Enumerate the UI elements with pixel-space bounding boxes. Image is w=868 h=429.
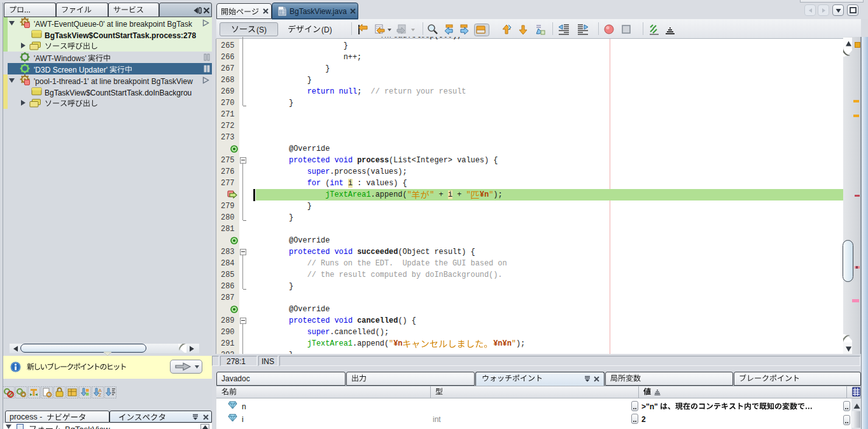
svg-text:Z: Z — [99, 392, 102, 398]
